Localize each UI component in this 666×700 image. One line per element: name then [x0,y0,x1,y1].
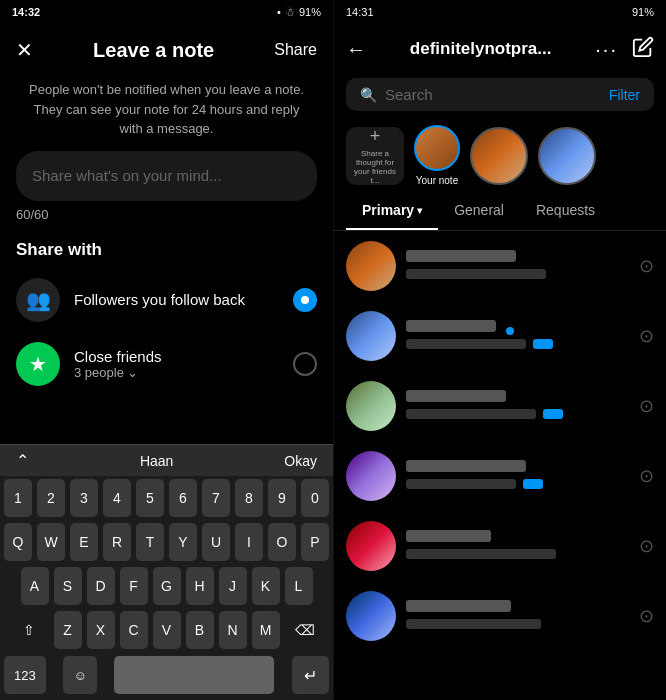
return-key[interactable]: ↵ [292,656,329,694]
numbers-key[interactable]: 123 [4,656,46,694]
key-p[interactable]: P [301,523,329,561]
key-4[interactable]: 4 [103,479,131,517]
key-7[interactable]: 7 [202,479,230,517]
key-m[interactable]: M [252,611,280,649]
key-q[interactable]: Q [4,523,32,561]
msg-preview [406,478,629,492]
key-r[interactable]: R [103,523,131,561]
followers-radio[interactable] [293,288,317,312]
table-row[interactable]: ⊙ [334,371,666,441]
tab-requests[interactable]: Requests [520,192,611,230]
table-row[interactable]: ⊙ [334,301,666,371]
key-z[interactable]: Z [54,611,82,649]
key-2[interactable]: 2 [37,479,65,517]
compose-button[interactable] [632,36,654,63]
key-g[interactable]: G [153,567,181,605]
key-k[interactable]: K [252,567,280,605]
close-friends-title: Close friends [74,348,279,365]
keyboard: ⌃ Haan Okay 1 2 3 4 5 6 7 8 9 0 Q W E R … [0,444,333,700]
table-row[interactable]: ⊙ [334,581,666,651]
add-story-bg: + Share a thought for your friends t... [346,127,404,185]
info-text: People won't be notified when you leave … [0,76,333,151]
avatar [346,381,396,431]
key-d[interactable]: D [87,567,115,605]
your-note-item[interactable]: Your note [414,125,460,186]
left-header: ✕ Leave a note Share [0,24,333,76]
tab-primary[interactable]: Primary ▾ [346,192,438,230]
key-f[interactable]: F [120,567,148,605]
key-j[interactable]: J [219,567,247,605]
key-u[interactable]: U [202,523,230,561]
story-item-2[interactable] [538,127,596,185]
chevron-down-icon: ⌄ [127,365,138,380]
key-v[interactable]: V [153,611,181,649]
space-key[interactable] [114,656,274,694]
your-note-avatar [414,125,460,171]
table-row[interactable]: ⊙ [334,511,666,581]
key-3[interactable]: 3 [70,479,98,517]
right-panel: 14:31 91% ← definitelynotpra... ··· 🔍 Se… [333,0,666,700]
left-panel: 14:32 • ☃ 91% ✕ Leave a note Share Peopl… [0,0,333,700]
key-0[interactable]: 0 [301,479,329,517]
close-friends-option[interactable]: ★ Close friends 3 people ⌄ [0,332,333,396]
key-i[interactable]: I [235,523,263,561]
close-friends-radio[interactable] [293,352,317,376]
shift-key[interactable]: ⇧ [9,611,49,649]
people-icon: 👥 [26,288,51,312]
key-x[interactable]: X [87,611,115,649]
key-a[interactable]: A [21,567,49,605]
char-count: 60/60 [0,201,333,228]
msg-content [406,390,629,422]
emoji-key[interactable]: ☺ [63,656,96,694]
bluetooth-icon: • [277,6,281,18]
camera-icon: ⊙ [639,255,654,277]
key-h[interactable]: H [186,567,214,605]
key-y[interactable]: Y [169,523,197,561]
haan-key[interactable]: Haan [140,453,173,469]
story-item-1[interactable] [470,127,528,185]
search-bar[interactable]: 🔍 Search Filter [346,78,654,111]
camera-icon: ⊙ [639,605,654,627]
table-row[interactable]: ⊙ [334,441,666,511]
backspace-key[interactable]: ⌫ [285,611,325,649]
key-6[interactable]: 6 [169,479,197,517]
key-c[interactable]: C [120,611,148,649]
add-story-item[interactable]: + Share a thought for your friends t... [346,127,404,185]
key-1[interactable]: 1 [4,479,32,517]
key-n[interactable]: N [219,611,247,649]
left-time: 14:32 [12,6,40,18]
note-input[interactable]: Share what's on your mind... [16,151,317,201]
filter-button[interactable]: Filter [609,87,640,103]
msg-content [406,250,629,282]
key-t[interactable]: T [136,523,164,561]
key-b[interactable]: B [186,611,214,649]
key-w[interactable]: W [37,523,65,561]
camera-icon: ⊙ [639,465,654,487]
share-button[interactable]: Share [274,41,317,59]
key-s[interactable]: S [54,567,82,605]
stories-row: + Share a thought for your friends t... … [334,119,666,192]
avatar [346,591,396,641]
table-row[interactable]: ⊙ [334,231,666,301]
followers-option[interactable]: 👥 Followers you follow back [0,268,333,332]
tabs-row: Primary ▾ General Requests [334,192,666,231]
search-input[interactable]: Search [385,86,601,103]
okay-key[interactable]: Okay [284,453,317,469]
left-status-bar: 14:32 • ☃ 91% [0,0,333,24]
key-5[interactable]: 5 [136,479,164,517]
msg-preview [406,548,629,562]
key-e[interactable]: E [70,523,98,561]
star-icon: ★ [29,352,47,376]
key-9[interactable]: 9 [268,479,296,517]
close-button[interactable]: ✕ [16,38,33,62]
msg-preview [406,618,629,632]
right-header: ← definitelynotpra... ··· [334,24,666,74]
key-l[interactable]: L [285,567,313,605]
back-button[interactable]: ← [346,38,366,61]
tab-general[interactable]: General [438,192,520,230]
key-8[interactable]: 8 [235,479,263,517]
more-options-button[interactable]: ··· [595,38,618,61]
search-icon: 🔍 [360,87,377,103]
followers-title: Followers you follow back [74,291,279,308]
key-o[interactable]: O [268,523,296,561]
